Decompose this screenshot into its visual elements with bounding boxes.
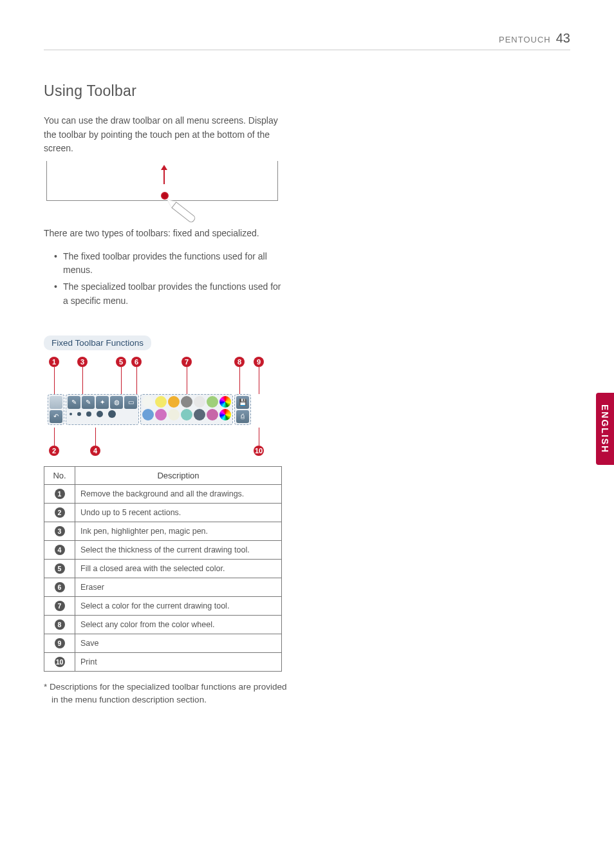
table-row: 5Fill a closed area with the selected co…	[44, 559, 282, 578]
language-tab: ENGLISH	[596, 393, 614, 465]
table-row: 9Save	[44, 634, 282, 652]
row-number: 6	[55, 582, 65, 592]
table-row: 4Select the thickness of the current dra…	[44, 540, 282, 559]
color-swatches	[140, 394, 233, 425]
toolbar-type-list: The fixed toolbar provides the functions…	[44, 250, 288, 308]
table-row: 3Ink pen, highlighter pen, magic pen.	[44, 522, 282, 540]
tool-eraser-icon: ▭	[124, 396, 137, 409]
tool-magicpen-icon: ✦	[96, 396, 109, 409]
callout-4: 4	[90, 446, 100, 456]
table-row: 10Print	[44, 652, 282, 671]
row-number: 5	[55, 563, 65, 574]
tool-save-icon: 💾	[236, 396, 249, 409]
th-no: No.	[44, 466, 75, 484]
row-description: Save	[75, 634, 282, 652]
row-number: 1	[55, 489, 65, 499]
row-number: 10	[55, 657, 65, 667]
tool-undo-icon: ↶	[50, 410, 62, 423]
table-row: 1Remove the background and all the drawi…	[44, 484, 282, 503]
row-number: 7	[55, 601, 65, 611]
table-row: 2Undo up to 5 recent actions.	[44, 503, 282, 522]
figure-screen-pen	[46, 165, 284, 223]
table-row: 7Select a color for the current drawing …	[44, 596, 282, 615]
tool-clear-icon	[50, 396, 62, 409]
row-number: 4	[55, 545, 65, 555]
types-intro: There are two types of toolbars: fixed a…	[44, 227, 288, 241]
intro-paragraph: You can use the draw toolbar on all menu…	[44, 114, 288, 156]
header-section: PENTOUCH	[499, 35, 551, 44]
row-description: Select the thickness of the current draw…	[75, 540, 282, 559]
tool-fill-icon: ◍	[110, 396, 123, 409]
list-item: The fixed toolbar provides the functions…	[54, 250, 288, 278]
callout-6: 6	[131, 357, 142, 367]
row-description: Eraser	[75, 578, 282, 596]
footnote: * Descriptions for the specialized toolb…	[44, 681, 288, 708]
tool-print-icon: ⎙	[236, 410, 249, 423]
row-description: Undo up to 5 recent actions.	[75, 503, 282, 522]
callout-8: 8	[234, 357, 245, 367]
tool-highlighter-icon: ✎	[82, 396, 95, 409]
callout-2: 2	[49, 446, 59, 456]
table-row: 8Select any color from the color wheel.	[44, 615, 282, 634]
callout-7: 7	[181, 357, 192, 367]
callout-1: 1	[49, 357, 59, 367]
fixed-toolbar-subhead: Fixed Toolbar Functions	[44, 335, 151, 350]
row-description: Select a color for the current drawing t…	[75, 596, 282, 615]
page-header: PENTOUCH 43	[44, 31, 570, 50]
th-desc: Description	[75, 466, 282, 484]
row-description: Ink pen, highlighter pen, magic pen.	[75, 522, 282, 540]
table-row: 6Eraser	[44, 578, 282, 596]
color-wheel-icon	[219, 409, 231, 420]
callout-3: 3	[77, 357, 88, 367]
list-item: The specialized toolbar provides the fun…	[54, 280, 288, 308]
callout-5: 5	[116, 357, 126, 367]
row-description: Fill a closed area with the selected col…	[75, 559, 282, 578]
functions-table: No. Description 1Remove the background a…	[44, 466, 282, 672]
row-number: 2	[55, 507, 65, 518]
page-number: 43	[556, 31, 570, 46]
row-number: 8	[55, 619, 65, 630]
row-description: Print	[75, 652, 282, 671]
callout-10: 10	[254, 446, 264, 456]
color-wheel-icon	[219, 396, 231, 408]
row-description: Remove the background and all the drawin…	[75, 484, 282, 503]
toolbar-illustration: ↶ ✎ ✎ ✦ ◍ ▭	[48, 394, 251, 425]
row-description: Select any color from the color wheel.	[75, 615, 282, 634]
section-title: Using Toolbar	[44, 82, 288, 100]
callout-9: 9	[254, 357, 264, 367]
tool-inkpen-icon: ✎	[68, 396, 80, 409]
row-number: 9	[55, 638, 65, 648]
figure-fixed-toolbar: 1 3 5 6 7 8 9 ↶ ✎	[44, 355, 282, 458]
row-number: 3	[55, 526, 65, 536]
